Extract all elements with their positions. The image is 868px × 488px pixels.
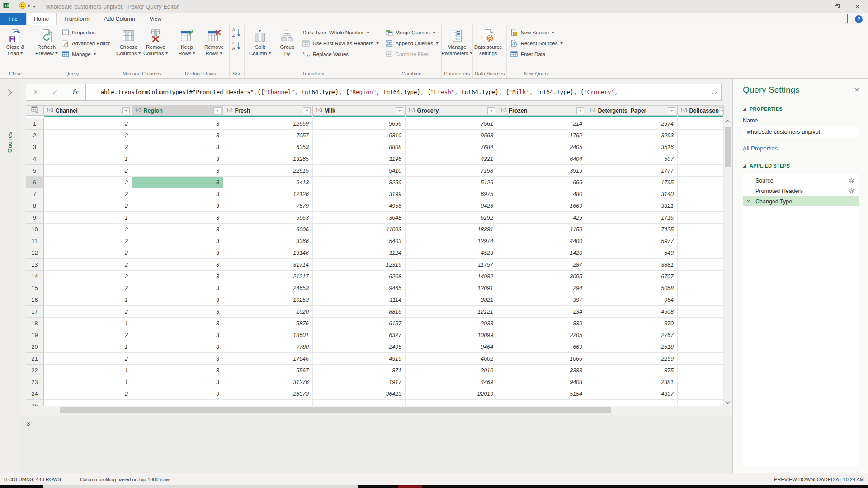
column-filter-dropdown[interactable] xyxy=(213,107,221,114)
cell[interactable]: 1124 xyxy=(313,247,406,259)
row-number[interactable]: 21 xyxy=(26,353,44,365)
cell[interactable]: 3648 xyxy=(313,212,406,224)
cell[interactable] xyxy=(678,177,724,188)
row-number[interactable]: 15 xyxy=(26,282,44,294)
query-name-input[interactable] xyxy=(743,127,859,137)
collapse-ribbon-button[interactable] xyxy=(847,15,848,23)
cell[interactable]: 3 xyxy=(132,306,223,318)
cell[interactable]: 1196 xyxy=(313,153,406,165)
column-filter-dropdown[interactable] xyxy=(487,107,495,114)
replace-values-button[interactable]: 12Replace Values xyxy=(302,50,378,58)
cell[interactable]: 18601 xyxy=(223,329,313,341)
cell[interactable]: 5410 xyxy=(313,165,406,177)
cell[interactable]: 1762 xyxy=(497,130,586,141)
row-number[interactable]: 25 xyxy=(26,400,44,406)
cell[interactable]: 4523 xyxy=(406,247,497,259)
row-number[interactable]: 2 xyxy=(26,130,44,141)
cell[interactable]: 1 xyxy=(44,294,132,306)
restore-window-button[interactable] xyxy=(826,0,847,13)
column-header-delicassen[interactable]: 1²3 Delicassen xyxy=(678,106,724,116)
cell[interactable]: 839 xyxy=(497,318,586,329)
cell[interactable]: 7780 xyxy=(223,341,313,353)
remove-rows-button[interactable]: RemoveRows xyxy=(200,25,227,56)
cell[interactable] xyxy=(678,118,724,130)
scroll-down-button[interactable] xyxy=(726,398,730,406)
collapse-section-icon[interactable] xyxy=(743,108,746,111)
cell[interactable] xyxy=(678,247,724,259)
cell[interactable]: 3 xyxy=(132,212,223,224)
cell[interactable]: 669 xyxy=(497,341,586,353)
cell[interactable]: 4400 xyxy=(497,235,586,247)
row-number[interactable]: 18 xyxy=(26,318,44,329)
cell[interactable]: 12319 xyxy=(313,259,406,271)
row-number[interactable]: 6 xyxy=(26,177,44,188)
row-number[interactable]: 17 xyxy=(26,306,44,318)
column-header-channel[interactable]: 1²3 Channel xyxy=(44,106,132,116)
cell[interactable]: 1 xyxy=(44,212,132,224)
row-number[interactable]: 1 xyxy=(26,118,44,130)
cell[interactable]: 370 xyxy=(586,318,678,329)
cell[interactable]: 666 xyxy=(497,177,586,188)
cell[interactable]: 12974 xyxy=(406,235,497,247)
table-menu-corner[interactable] xyxy=(26,106,44,116)
customize-quick-access-button[interactable] xyxy=(31,1,37,12)
cell[interactable]: 2205 xyxy=(497,329,586,341)
row-number[interactable]: 14 xyxy=(26,271,44,282)
cell[interactable]: 2 xyxy=(44,130,132,141)
cell[interactable]: 18881 xyxy=(406,224,497,235)
tab-transform[interactable]: Transform xyxy=(57,13,97,25)
cell[interactable]: 14982 xyxy=(406,271,497,282)
cell[interactable]: 3881 xyxy=(586,259,678,271)
cell[interactable]: 1 xyxy=(44,153,132,165)
cell[interactable]: 5876 xyxy=(223,318,313,329)
data-type-whole-number-button[interactable]: Data Type: Whole Number xyxy=(302,28,378,36)
cell[interactable]: 397 xyxy=(497,294,586,306)
cell[interactable]: 2 xyxy=(44,188,132,200)
cell[interactable] xyxy=(497,400,586,406)
cell[interactable]: 3 xyxy=(132,200,223,212)
cell[interactable]: 2 xyxy=(44,271,132,282)
cell[interactable]: 1716 xyxy=(586,212,678,224)
cell[interactable]: 2495 xyxy=(313,341,406,353)
cell[interactable]: 134 xyxy=(497,306,586,318)
cell[interactable]: 22615 xyxy=(223,165,313,177)
horizontal-scrollbar[interactable] xyxy=(44,406,724,414)
cell[interactable]: 2 xyxy=(44,141,132,153)
cell[interactable]: 9656 xyxy=(313,118,406,130)
cell[interactable]: 12091 xyxy=(406,282,497,294)
cell[interactable] xyxy=(223,400,313,406)
cell[interactable]: 4337 xyxy=(586,388,678,400)
cell[interactable] xyxy=(678,282,724,294)
cell[interactable]: 507 xyxy=(586,153,678,165)
cell[interactable]: 13146 xyxy=(223,247,313,259)
cell[interactable]: 1 xyxy=(44,318,132,329)
cell[interactable]: 6975 xyxy=(406,188,497,200)
cell[interactable]: 3 xyxy=(132,118,223,130)
gear-icon[interactable] xyxy=(849,188,855,194)
column-filter-dropdown[interactable] xyxy=(719,107,724,114)
cell[interactable]: 4469 xyxy=(406,376,497,388)
tab-home[interactable]: Home xyxy=(26,13,57,25)
cell[interactable]: 31714 xyxy=(223,259,313,271)
cell[interactable]: 3 xyxy=(132,153,223,165)
help-button[interactable]: ? xyxy=(855,15,863,23)
cell[interactable]: 1 xyxy=(44,341,132,353)
cell[interactable]: 214 xyxy=(497,118,586,130)
cell[interactable]: 3 xyxy=(132,376,223,388)
cell[interactable]: 12126 xyxy=(223,188,313,200)
sort-descending-button[interactable]: ZA xyxy=(231,41,242,52)
data-source-settings-button[interactable]: Data sourcesettings xyxy=(475,25,502,56)
column-header-fresh[interactable]: 1²3 Fresh xyxy=(223,106,313,116)
cell[interactable]: 2 xyxy=(44,353,132,365)
close-load-button[interactable]: Close &Load xyxy=(2,25,29,56)
cell[interactable]: 2 xyxy=(44,200,132,212)
cell[interactable]: 2 xyxy=(44,247,132,259)
cell[interactable]: 13265 xyxy=(223,153,313,165)
column-header-detergents-paper[interactable]: 1²3 Detergents_Paper xyxy=(586,106,678,116)
cell[interactable]: 6353 xyxy=(223,141,313,153)
row-number[interactable]: 13 xyxy=(26,259,44,271)
cell[interactable]: 5963 xyxy=(223,212,313,224)
cell[interactable]: 3915 xyxy=(497,165,586,177)
cell[interactable]: 7057 xyxy=(223,130,313,141)
cell[interactable]: 3293 xyxy=(586,130,678,141)
